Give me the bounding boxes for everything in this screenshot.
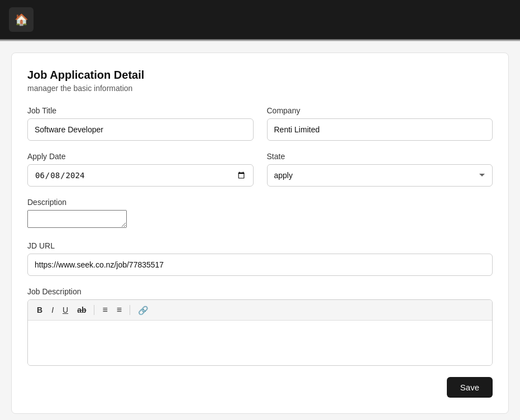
toolbar-separator-1 [94, 305, 94, 315]
link-button[interactable]: 🔗 [135, 304, 152, 317]
jd-url-label: JD URL [27, 241, 493, 250]
job-description-group: Job Description B I U ab ≡ ≡ 🔗 [27, 287, 493, 366]
card-subtitle: manager the basic information [27, 84, 493, 93]
top-bar: 🏠 [0, 0, 520, 39]
editor-content[interactable] [28, 321, 492, 365]
apply-date-label: Apply Date [27, 152, 254, 161]
description-label: Description [27, 198, 493, 207]
company-input[interactable] [267, 118, 493, 141]
state-group: State apply interview offer rejected [267, 152, 493, 187]
jd-url-input[interactable] [27, 254, 493, 276]
save-button[interactable]: Save [447, 377, 493, 398]
apply-date-group: Apply Date [27, 152, 254, 187]
state-label: State [267, 152, 493, 161]
form-card: Job Application Detail manager the basic… [11, 52, 509, 414]
job-title-input[interactable] [27, 118, 254, 141]
ordered-list-button[interactable]: ≡ [99, 303, 111, 317]
rich-editor: B I U ab ≡ ≡ 🔗 [27, 299, 493, 366]
company-group: Company [267, 106, 493, 141]
toolbar-separator-2 [130, 305, 130, 315]
bold-button[interactable]: B [34, 304, 46, 316]
jd-url-group: JD URL [27, 241, 493, 276]
job-description-label: Job Description [27, 287, 493, 296]
page-content: Job Application Detail manager the basic… [0, 41, 520, 420]
save-row: Save [27, 377, 493, 398]
description-group: Description [27, 198, 493, 230]
state-select[interactable]: apply interview offer rejected [267, 164, 493, 187]
editor-toolbar: B I U ab ≡ ≡ 🔗 [28, 300, 492, 321]
description-textarea[interactable] [27, 210, 127, 228]
row-date-state: Apply Date State apply interview offer r… [27, 152, 493, 187]
strikethrough-button[interactable]: ab [74, 304, 89, 316]
unordered-list-button[interactable]: ≡ [113, 303, 125, 317]
home-icon: 🏠 [15, 13, 28, 26]
apply-date-input[interactable] [27, 164, 254, 187]
row-job-company: Job Title Company [27, 106, 493, 141]
underline-button[interactable]: U [59, 304, 71, 316]
italic-button[interactable]: I [48, 304, 57, 316]
job-title-group: Job Title [27, 106, 254, 141]
home-button[interactable]: 🏠 [9, 7, 34, 32]
job-title-label: Job Title [27, 106, 254, 115]
company-label: Company [267, 106, 493, 115]
card-title: Job Application Detail [27, 69, 493, 82]
